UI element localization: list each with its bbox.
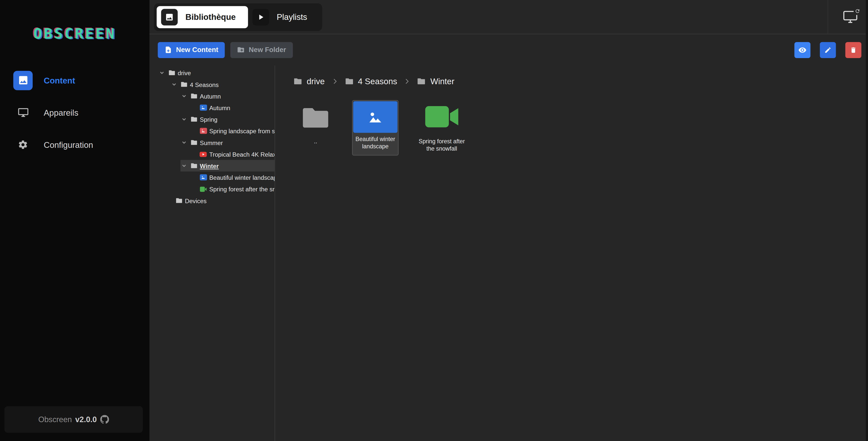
preview-button[interactable] xyxy=(794,42,810,58)
sidebar-item-label: Content xyxy=(44,75,75,85)
new-content-label: New Content xyxy=(176,46,218,54)
chevron-down-icon[interactable] xyxy=(158,69,165,76)
tree-item-spring-forest-file[interactable]: Spring forest after the sn xyxy=(199,183,275,195)
chevron-down-icon[interactable] xyxy=(180,162,188,169)
tree-item-winter-folder[interactable]: Winter xyxy=(180,160,275,171)
chevron-right-icon xyxy=(331,77,339,85)
video-icon xyxy=(199,185,207,193)
tree-item-autumn-folder[interactable]: Autumn xyxy=(180,90,275,102)
breadcrumb: drive 4 Seasons Winter xyxy=(293,76,868,86)
video-icon xyxy=(424,105,459,129)
github-icon[interactable] xyxy=(100,415,109,424)
scrollbar[interactable] xyxy=(866,0,868,441)
breadcrumb-item-winter[interactable]: Winter xyxy=(417,76,454,86)
file-card-label: .. xyxy=(299,138,332,145)
tree-item-label: Spring forest after the sn xyxy=(209,185,275,192)
tree-item-drive[interactable]: drive xyxy=(158,67,275,78)
tree-item-4-seasons[interactable]: 4 Seasons xyxy=(170,79,275,90)
tree-item-spring-folder[interactable]: Spring xyxy=(180,113,275,125)
chevron-down-icon[interactable] xyxy=(180,116,188,123)
sidebar-item-content[interactable]: Content xyxy=(0,64,150,96)
tree-item-label: Spring xyxy=(200,116,217,123)
image-icon xyxy=(13,71,33,90)
tree-item-beautiful-winter-file[interactable]: Beautiful winter landscap xyxy=(199,171,275,183)
main-area: Bibliothèque Playlists xyxy=(150,0,868,441)
app-name: Obscreen xyxy=(38,415,72,424)
screen-sync-indicator[interactable] xyxy=(843,9,859,25)
sidebar-nav: Content Appareils Configuration xyxy=(0,64,150,160)
folder-icon xyxy=(180,80,188,88)
tree-item-tropical-beach-file[interactable]: Tropical Beach 4K Relaxa xyxy=(199,148,275,160)
gear-icon xyxy=(13,135,33,154)
image-icon xyxy=(199,173,207,181)
app-logo: OBSCREEN xyxy=(0,25,150,42)
tree-item-label: Winter xyxy=(200,162,219,169)
sidebar-item-appareils[interactable]: Appareils xyxy=(0,96,150,129)
refresh-icon xyxy=(854,7,862,15)
sidebar: OBSCREEN Content Appareils Configuration xyxy=(0,0,150,441)
eye-icon xyxy=(798,46,807,54)
file-card-label: Beautiful winter landscape xyxy=(353,133,398,155)
file-card-parent-folder[interactable]: .. xyxy=(299,100,332,145)
breadcrumb-label: 4 Seasons xyxy=(358,76,397,86)
tree-item-label: Autumn xyxy=(200,93,221,99)
tree-item-spring-landscape-file[interactable]: Spring landscape from sl xyxy=(199,125,275,137)
image-icon xyxy=(199,127,207,135)
breadcrumb-label: Winter xyxy=(431,76,454,86)
trash-icon xyxy=(849,46,857,54)
tree-item-summer-folder[interactable]: Summer xyxy=(180,137,275,148)
image-icon xyxy=(161,8,178,25)
folder-plus-icon xyxy=(237,46,245,54)
play-icon xyxy=(252,8,269,25)
tree-item-label: 4 Seasons xyxy=(190,81,219,88)
content-split: drive 4 Seasons Autumn Autumn xyxy=(150,65,868,441)
file-plus-icon xyxy=(164,46,172,54)
image-icon xyxy=(353,101,398,133)
pencil-icon xyxy=(824,46,832,54)
tree-item-label: Spring landscape from sl xyxy=(209,128,275,134)
tab-playlists[interactable]: Playlists xyxy=(248,6,319,28)
sidebar-item-label: Configuration xyxy=(44,140,93,149)
folder-icon xyxy=(190,115,198,123)
chevron-down-icon[interactable] xyxy=(180,139,188,146)
chevron-right-icon xyxy=(403,77,411,85)
tab-library[interactable]: Bibliothèque xyxy=(157,6,248,28)
tree-item-label: Devices xyxy=(185,197,207,204)
monitor-icon xyxy=(13,103,33,122)
app-root: OBSCREEN Content Appareils Configuration xyxy=(0,0,868,441)
file-grid: .. Beautiful winter landscape Spring for… xyxy=(299,100,868,156)
tree-item-devices-folder[interactable]: Devices xyxy=(175,195,275,206)
breadcrumb-item-drive[interactable]: drive xyxy=(293,76,324,86)
file-browser: drive 4 Seasons Winter xyxy=(275,65,868,441)
new-folder-label: New Folder xyxy=(249,46,286,54)
actions-toolbar: New Content New Folder xyxy=(150,34,868,65)
chevron-down-icon[interactable] xyxy=(180,93,188,100)
chevron-down-icon[interactable] xyxy=(170,81,178,88)
file-card-label: Spring forest after the snowfall xyxy=(418,138,465,152)
file-card-video[interactable]: Spring forest after the snowfall xyxy=(418,100,465,152)
breadcrumb-item-4-seasons[interactable]: 4 Seasons xyxy=(345,76,397,86)
view-tabs: Bibliothèque Playlists xyxy=(154,3,322,31)
new-content-button[interactable]: New Content xyxy=(158,42,225,58)
app-version: v2.0.0 xyxy=(75,415,97,424)
folder-icon xyxy=(293,77,302,86)
delete-button[interactable] xyxy=(845,42,862,58)
tree-item-label: Beautiful winter landscap xyxy=(209,174,275,180)
breadcrumb-label: drive xyxy=(307,76,325,86)
sidebar-item-label: Appareils xyxy=(44,108,79,117)
youtube-icon xyxy=(199,150,207,158)
folder-icon xyxy=(175,197,183,204)
folder-icon xyxy=(300,106,331,130)
tab-label: Playlists xyxy=(277,12,307,21)
sidebar-item-configuration[interactable]: Configuration xyxy=(0,129,150,161)
edit-button[interactable] xyxy=(820,42,836,58)
folder-icon xyxy=(190,139,198,146)
folder-tree: drive 4 Seasons Autumn Autumn xyxy=(150,65,275,441)
folder-icon xyxy=(190,92,198,100)
tab-label: Bibliothèque xyxy=(185,12,236,21)
tree-item-autumn-file[interactable]: Autumn xyxy=(199,102,275,113)
folder-icon xyxy=(168,69,176,77)
folder-icon xyxy=(345,77,353,86)
file-card-image[interactable]: Beautiful winter landscape xyxy=(352,100,399,156)
new-folder-button[interactable]: New Folder xyxy=(230,42,292,58)
